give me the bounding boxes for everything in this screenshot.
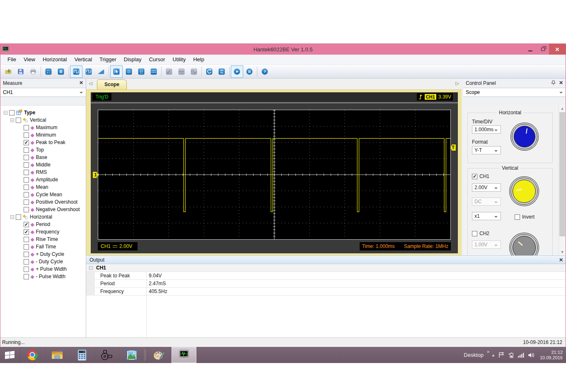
- measure-tree-item[interactable]: ◆ Positive Overshoot: [0, 198, 86, 206]
- save-button[interactable]: [15, 65, 27, 78]
- tab-scope[interactable]: Scope: [97, 79, 127, 89]
- pulse-average-button[interactable]: [82, 65, 95, 78]
- collapse-icon[interactable]: −: [10, 215, 14, 219]
- taskbar-item-file-explorer[interactable]: [45, 347, 70, 363]
- ch2-enable[interactable]: CH2: [472, 231, 489, 236]
- cursor-select-button[interactable]: [110, 65, 123, 78]
- checkbox[interactable]: [24, 177, 29, 183]
- desktop-button[interactable]: Desktop»: [464, 352, 484, 358]
- measure-tree-item[interactable]: ◆ Negative Overshoot: [0, 206, 86, 213]
- ground-marker[interactable]: 1: [93, 172, 98, 178]
- measure-tree-item[interactable]: ◆ Peak to Peak: [0, 139, 86, 146]
- ramp-button[interactable]: [95, 65, 107, 78]
- taskbar-item-imaging-tool[interactable]: [94, 347, 119, 363]
- time-div-select[interactable]: 1.000ms: [472, 125, 501, 134]
- taskbar-item-paint[interactable]: [147, 347, 172, 363]
- control-mode-select[interactable]: Scope: [463, 88, 566, 97]
- measure-tree-item[interactable]: ◆ Base: [0, 154, 86, 161]
- trigger-level-marker[interactable]: T: [450, 144, 456, 151]
- measure-close-icon[interactable]: ✕: [79, 80, 83, 86]
- measure-tree-item[interactable]: ◆ Rise Time: [0, 236, 86, 243]
- measure-tree-item[interactable]: ◆ + Duty Cycle: [0, 250, 86, 258]
- time-div-knob[interactable]: [512, 124, 537, 149]
- close-button[interactable]: ✕: [549, 44, 566, 55]
- grid-button[interactable]: [123, 65, 135, 78]
- checkbox[interactable]: [24, 237, 29, 242]
- ch1-enable[interactable]: CH1: [472, 173, 489, 179]
- volume-icon[interactable]: [528, 352, 535, 358]
- refresh-button[interactable]: [203, 65, 215, 78]
- ch1-probe-select[interactable]: x1: [472, 212, 501, 220]
- menu-item[interactable]: View: [20, 55, 39, 64]
- checkbox[interactable]: [472, 231, 477, 236]
- measure-tree-item[interactable]: ◆ Frequency: [0, 228, 86, 236]
- start-acquisition-button[interactable]: [231, 65, 243, 78]
- menu-item[interactable]: Trigger: [96, 55, 120, 64]
- checkbox[interactable]: [24, 207, 29, 212]
- menu-item[interactable]: Vertical: [70, 55, 96, 64]
- measure-channel-select[interactable]: CH1: [0, 88, 86, 97]
- taskbar-item-hantek-scope[interactable]: [172, 347, 196, 363]
- format-select[interactable]: Y-T: [472, 146, 501, 154]
- collapse-icon[interactable]: −: [10, 118, 14, 122]
- checkbox[interactable]: [16, 118, 21, 123]
- start-button[interactable]: [0, 347, 20, 363]
- measure-tree-item[interactable]: ◆ Mean: [0, 183, 86, 191]
- checkbox[interactable]: [24, 267, 29, 272]
- restore-button[interactable]: [537, 44, 549, 55]
- measure-tree-item[interactable]: ◆ Maximum: [0, 124, 86, 131]
- power-battery-icon[interactable]: [508, 352, 514, 358]
- reference-button[interactable]: R: [55, 65, 67, 78]
- menu-item[interactable]: Utility: [169, 55, 189, 64]
- scrollbar-thumb[interactable]: [559, 112, 565, 236]
- checkbox[interactable]: [24, 222, 29, 227]
- collapse-icon[interactable]: −: [89, 266, 93, 270]
- measure-tree-item[interactable]: ◆ Fall Time: [0, 243, 86, 250]
- output-close-icon[interactable]: ✕: [559, 257, 563, 263]
- measure-tree-item[interactable]: ◆ Minimum: [0, 131, 86, 139]
- output-row[interactable]: Frequency 405.5Hz: [95, 288, 566, 296]
- ch1-position-knob[interactable]: [510, 178, 538, 205]
- checkbox[interactable]: [24, 155, 29, 160]
- menu-item[interactable]: Horizontal: [39, 55, 71, 64]
- checkbox[interactable]: [24, 229, 29, 235]
- scroll-up-icon[interactable]: ▲: [559, 105, 566, 112]
- waveform-grid[interactable]: 1 T: [98, 110, 451, 240]
- taskbar-item-calculator[interactable]: 0: [70, 347, 94, 363]
- taskbar-item-chrome[interactable]: [20, 347, 45, 363]
- collapse-icon[interactable]: −: [4, 111, 7, 115]
- checkbox[interactable]: [515, 214, 520, 220]
- menu-item[interactable]: Cursor: [145, 55, 169, 64]
- tab-scroll-left-icon[interactable]: ◁: [89, 81, 92, 86]
- measure-tree-item[interactable]: ◆ - Pulse Width: [0, 273, 86, 280]
- ch2-position-knob[interactable]: [510, 234, 538, 255]
- checkbox[interactable]: [24, 147, 29, 153]
- control-panel-close-icon[interactable]: ✕: [559, 80, 563, 86]
- measure-tree-item[interactable]: ◆ + Pulse Width: [0, 265, 86, 273]
- pin-icon[interactable]: [551, 80, 556, 85]
- title-bar[interactable]: Hantek6022BE Ver 1.0.5 ✕: [0, 44, 566, 55]
- pulse-wave-button[interactable]: [70, 65, 82, 78]
- tray-expand-icon[interactable]: ▲: [491, 353, 495, 357]
- tab-scroll-right-icon[interactable]: ▷: [456, 81, 459, 86]
- checkbox[interactable]: [16, 214, 21, 220]
- checkbox[interactable]: [24, 274, 29, 279]
- tray-clock[interactable]: 21:12 10.09.2016: [540, 350, 563, 361]
- minimize-button[interactable]: [524, 44, 537, 55]
- action-center-flag-icon[interactable]: [499, 352, 504, 358]
- checkbox[interactable]: [24, 259, 29, 265]
- auto-set-button[interactable]: AUTO: [215, 65, 228, 78]
- measure-tree-item[interactable]: ◆ - Duty Cycle: [0, 258, 86, 265]
- scroll-down-icon[interactable]: ▼: [559, 249, 566, 255]
- menu-item[interactable]: Display: [120, 55, 145, 64]
- checkbox[interactable]: [24, 170, 29, 175]
- help-button[interactable]: ?: [259, 65, 271, 78]
- checkbox[interactable]: [24, 125, 29, 130]
- measure-tree-item[interactable]: ◆ Period: [0, 221, 86, 228]
- measure-tree-item[interactable]: ◆ Cycle Mean: [0, 191, 86, 198]
- output-row[interactable]: Period 2.47mS: [95, 280, 566, 288]
- measure-tree-item[interactable]: ◆ Amplitude: [0, 176, 86, 183]
- output-group-row[interactable]: − CH1: [86, 264, 566, 272]
- taskbar-item-photo-viewer[interactable]: [119, 347, 144, 363]
- checkbox[interactable]: [472, 174, 477, 179]
